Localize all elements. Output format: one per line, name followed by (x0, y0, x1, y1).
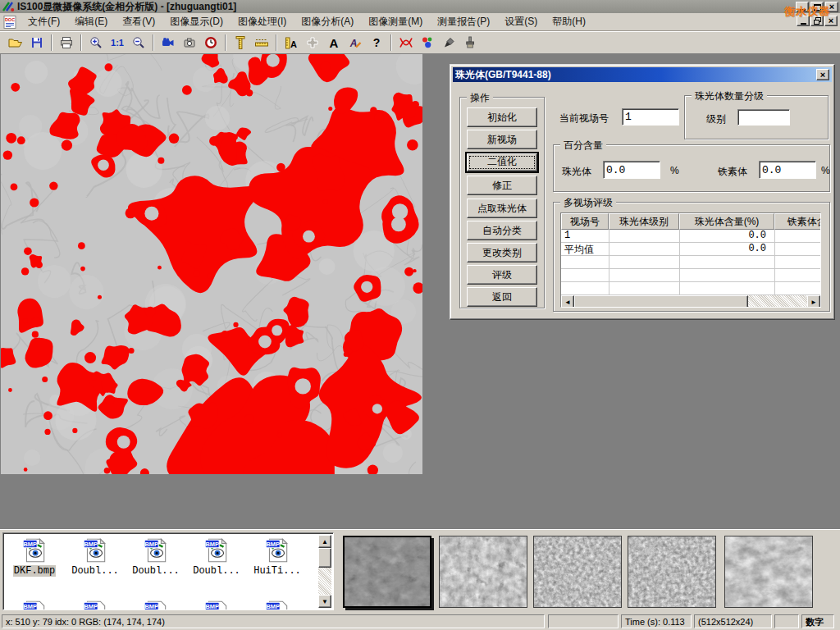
pick-pearlite-button[interactable]: 点取珠光体 (467, 199, 537, 218)
file-item[interactable]: BMP (248, 599, 307, 610)
file-item[interactable]: BMP Doubl... (66, 536, 125, 577)
preview-thumbnail[interactable] (628, 536, 716, 608)
grading-group: 珠光体数量分级 级别 (684, 95, 829, 139)
save-button[interactable] (26, 33, 48, 52)
snapshot-button[interactable] (179, 33, 200, 52)
menu-image-analysis[interactable]: 图像分析(A) (294, 12, 361, 31)
pearlite-percent-input[interactable] (603, 161, 660, 179)
binarize-button[interactable]: 二值化 (465, 152, 539, 173)
particle-analysis-button[interactable] (417, 33, 438, 52)
dialog-titlebar[interactable]: 珠光体(GB/T9441-88) × (453, 67, 832, 82)
file-item[interactable]: BMP DKF.bmp (5, 536, 64, 577)
preview-thumbnail[interactable] (439, 536, 527, 608)
zoom-out-button[interactable] (128, 33, 149, 52)
level-input[interactable] (737, 109, 790, 126)
init-button[interactable]: 初始化 (467, 107, 537, 127)
file-item[interactable]: BMP HuiTi... (248, 536, 307, 577)
film-strip-panel: BMP DKF.bmp BMP Doubl... BMP Doubl... BM… (0, 529, 840, 613)
menu-image-display[interactable]: 图像显示(D) (162, 12, 231, 31)
print-button[interactable] (56, 33, 77, 52)
multi-field-table: 视场号 珠光体级别 珠光体含量(%) 铁素体含量(%) 1 0.0 (560, 212, 821, 308)
toolbar-separator (80, 34, 82, 51)
ferrite-percent-input[interactable] (759, 161, 816, 179)
current-field-input[interactable] (622, 108, 679, 126)
micrograph-image[interactable] (1, 54, 422, 474)
scroll-left-button[interactable]: ◄ (561, 295, 574, 308)
file-item[interactable]: BMP (5, 599, 64, 610)
floppy-icon (30, 36, 43, 49)
scrollbar-track[interactable] (748, 295, 807, 308)
mode-status: 数字 (801, 614, 834, 628)
file-item[interactable]: BMP Doubl... (126, 536, 185, 577)
scrollbar-thumb[interactable] (574, 295, 748, 308)
minimize-button[interactable] (796, 2, 809, 12)
grid-line (609, 230, 609, 295)
menu-image-processing[interactable]: 图像处理(I) (231, 12, 294, 31)
svg-text:A: A (349, 38, 358, 49)
close-button[interactable]: × (825, 2, 838, 12)
mdi-close-button[interactable]: × (824, 16, 838, 26)
text-annotation-button[interactable]: A (323, 33, 345, 52)
file-list-scrollbar[interactable]: ▲ ▼ (318, 535, 331, 608)
zoom-in-button[interactable] (85, 33, 107, 52)
dialog-close-button[interactable]: × (816, 69, 829, 80)
toolbar: 1:1 A A A (0, 31, 840, 54)
timer-button[interactable] (200, 33, 221, 52)
preview-thumbnail[interactable] (343, 536, 431, 608)
video-capture-button[interactable] (158, 33, 179, 52)
maximize-button[interactable] (810, 2, 824, 12)
file-name: Doubl... (71, 565, 120, 577)
menu-file[interactable]: 文件(F) (21, 12, 67, 31)
camera-icon (183, 36, 196, 49)
file-list[interactable]: BMP DKF.bmp BMP Doubl... BMP Doubl... BM… (2, 532, 334, 610)
table-row[interactable]: 平均值 0.0 (561, 243, 820, 256)
table-horizontal-scrollbar[interactable]: ◄ ► (561, 295, 820, 308)
help-button[interactable]: ? (366, 33, 387, 52)
file-item[interactable]: BMP (187, 599, 246, 610)
col-ferrite: 铁素体含量(%) (774, 213, 821, 230)
mdi-minimize-button[interactable] (797, 16, 810, 26)
scrollbar-thumb[interactable] (318, 548, 331, 568)
pen-tool-button[interactable] (438, 33, 459, 52)
grid-button[interactable] (302, 33, 323, 52)
file-item[interactable]: BMP (66, 599, 125, 610)
toolbar-separator (276, 34, 277, 51)
preview-thumbnail[interactable] (533, 536, 622, 608)
file-item[interactable]: BMP Doubl... (187, 536, 246, 577)
rate-button[interactable]: 评级 (467, 265, 537, 285)
toolbar-separator (390, 34, 392, 51)
calibration-button[interactable]: A (281, 33, 302, 52)
table-row[interactable]: 1 0.0 (561, 230, 820, 243)
scroll-right-button[interactable]: ► (807, 295, 820, 308)
edit-annotation-button[interactable]: A (345, 33, 366, 52)
file-item[interactable]: BMP (126, 599, 185, 610)
zoom-out-icon (132, 36, 145, 49)
vertical-caliper-button[interactable] (230, 33, 251, 52)
horizontal-ruler-button[interactable] (251, 33, 272, 52)
menu-settings[interactable]: 设置(S) (497, 12, 545, 31)
colored-balls-icon (421, 36, 434, 49)
ferrite-label: 铁素体 (718, 165, 747, 179)
annotate-pencil-icon: A (349, 36, 362, 49)
auto-classify-button[interactable]: 自动分类 (467, 221, 537, 240)
close-icon: × (829, 2, 834, 11)
new-field-button[interactable]: 新视场 (467, 130, 537, 149)
scroll-down-button[interactable]: ▼ (318, 595, 331, 608)
scroll-up-button[interactable]: ▲ (318, 535, 331, 548)
menu-view[interactable]: 查看(V) (115, 12, 162, 31)
return-button[interactable]: 返回 (467, 287, 537, 307)
menu-edit[interactable]: 编辑(E) (67, 12, 115, 31)
open-file-button[interactable] (5, 33, 26, 52)
change-class-button[interactable]: 更改类别 (467, 243, 537, 262)
correct-button[interactable]: 修正 (467, 176, 537, 195)
menu-measure-report[interactable]: 测量报告(P) (430, 12, 497, 31)
multi-field-group-title: 多视场评级 (560, 196, 616, 210)
grid-line (679, 230, 680, 295)
menu-image-measure[interactable]: 图像测量(M) (361, 12, 430, 31)
curve-tool-button[interactable] (395, 33, 417, 52)
menu-help[interactable]: 帮助(H) (545, 12, 593, 31)
mdi-restore-button[interactable] (810, 16, 824, 26)
brush-tool-button[interactable] (459, 33, 481, 52)
preview-thumbnail[interactable] (724, 536, 813, 608)
actual-size-button[interactable]: 1:1 (107, 33, 128, 52)
